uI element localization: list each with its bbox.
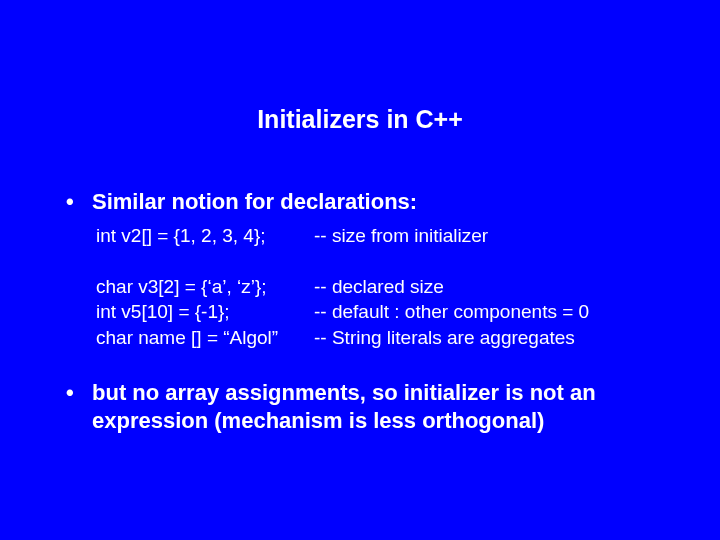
code-comment: -- String literals are aggregates [314,325,680,351]
code-row: char name [] = “Algol” -- String literal… [96,325,680,351]
code-left: int v2[] = {1, 2, 3, 4}; [96,223,314,249]
code-comment: -- default : other components = 0 [314,299,680,325]
code-left: char v3[2] = {‘a’, ‘z’}; [96,274,314,300]
code-block: int v2[] = {1, 2, 3, 4}; -- size from in… [60,223,680,351]
bullet-no-array-assign: but no array assignments, so initializer… [60,379,680,436]
code-row: char v3[2] = {‘a’, ‘z’}; -- declared siz… [96,274,680,300]
code-left: int v5[10] = {-1}; [96,299,314,325]
bullet-declarations: Similar notion for declarations: [60,189,680,215]
code-row: int v2[] = {1, 2, 3, 4}; -- size from in… [96,223,680,249]
code-row: int v5[10] = {-1}; -- default : other co… [96,299,680,325]
code-left: char name [] = “Algol” [96,325,314,351]
code-comment: -- size from initializer [314,223,680,249]
slide: Initializers in C++ Similar notion for d… [0,0,720,540]
slide-title: Initializers in C++ [0,0,720,189]
slide-content: Similar notion for declarations: int v2[… [0,189,720,436]
code-comment: -- declared size [314,274,680,300]
code-gap [96,249,680,274]
